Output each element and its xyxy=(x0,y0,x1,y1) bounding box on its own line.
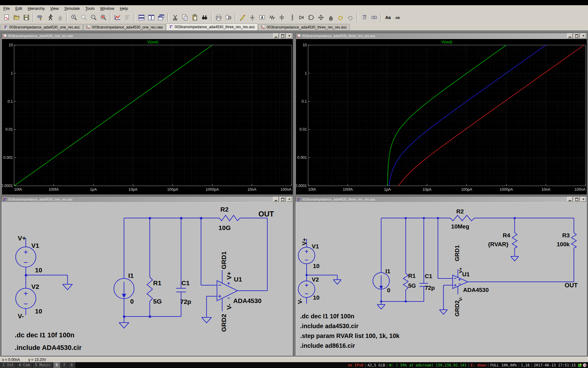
menu-edit[interactable]: Edit xyxy=(13,6,25,11)
workspace-2-int[interactable]: 2 Int xyxy=(0,362,16,368)
tool-open[interactable] xyxy=(12,13,21,22)
label-opamp-model[interactable]: ADA4530 xyxy=(233,297,262,304)
value-r4[interactable]: {RVAR} xyxy=(488,241,509,247)
tool-print[interactable] xyxy=(214,13,224,22)
tool-spice-directive[interactable]: .op xyxy=(393,13,403,22)
net-label-out[interactable]: OUT xyxy=(565,282,578,289)
tool-mirror[interactable] xyxy=(369,13,379,22)
tab-4-waveform[interactable]: 003transimpedance_ada4530_three_res_res.… xyxy=(258,24,350,30)
value-r2[interactable]: 10G xyxy=(218,224,231,231)
tool-diode[interactable] xyxy=(296,13,306,22)
tool-halt[interactable] xyxy=(55,13,65,22)
component-i1[interactable] xyxy=(114,278,134,299)
spice-directive-dc[interactable]: .dc dec I1 10f 100n xyxy=(300,313,354,320)
value-r1[interactable]: 5G xyxy=(153,298,162,305)
tray-icons[interactable]: 15 xyxy=(578,363,587,367)
label-v1[interactable]: V1 xyxy=(31,242,39,249)
component-v1[interactable] xyxy=(298,247,315,264)
waveform-plot[interactable]: 10fA100fA1pA10pA100pA1000pA10nA100nA1010… xyxy=(296,39,587,194)
menu-hierarchy[interactable]: Hierarchy xyxy=(25,6,47,11)
component-r2[interactable] xyxy=(219,215,240,221)
waveform-plot[interactable]: 10fA100fA1pA10pA100pA1000pA10nA100nA1010… xyxy=(2,39,293,194)
tool-redo[interactable] xyxy=(345,13,355,22)
component-c1[interactable] xyxy=(176,288,186,292)
minimize-button[interactable] xyxy=(567,197,573,202)
ground-symbols[interactable] xyxy=(62,284,211,328)
spice-directive-include[interactable]: .include ADA4530.cir xyxy=(15,344,82,351)
tool-cascade[interactable] xyxy=(156,13,166,22)
value-v1[interactable]: 10 xyxy=(313,263,319,269)
label-u1[interactable]: U1 xyxy=(234,276,242,283)
net-label-grd1[interactable]: GRD1 xyxy=(220,251,227,269)
tool-netlist[interactable] xyxy=(123,13,132,22)
minimize-button[interactable] xyxy=(273,33,279,38)
tool-control-panel[interactable] xyxy=(36,13,45,22)
tool-cut[interactable] xyxy=(170,13,180,22)
maximize-button[interactable] xyxy=(574,197,579,202)
tool-paste[interactable] xyxy=(190,13,200,22)
value-i1[interactable]: 0 xyxy=(387,287,390,293)
tool-zoom-area[interactable] xyxy=(79,13,89,22)
close-button[interactable]: × xyxy=(287,197,292,202)
tool-zoom-in[interactable] xyxy=(69,13,79,22)
workspace-8[interactable]: 8 xyxy=(68,362,75,368)
spice-directive-dc[interactable]: .dc dec I1 10f 100n xyxy=(15,331,74,339)
minimize-button[interactable] xyxy=(273,197,279,202)
menu-simulate[interactable]: Simulate xyxy=(62,6,83,11)
tab-2-waveform[interactable]: 003transimpedance_ada4530_one_res.raw xyxy=(83,24,166,30)
tool-component[interactable] xyxy=(306,13,316,22)
net-label-vminus[interactable]: V- xyxy=(297,298,303,304)
spice-directive-include-2[interactable]: .include ad8616.cir xyxy=(300,342,355,349)
workspace-7[interactable]: 7 xyxy=(61,362,68,368)
component-r1[interactable] xyxy=(403,273,408,290)
value-v2[interactable]: 10 xyxy=(35,308,42,315)
tool-zoom-full[interactable] xyxy=(99,13,108,22)
menu-tools[interactable]: Tools xyxy=(83,6,97,11)
net-label-out[interactable]: OUT xyxy=(258,210,274,218)
tool-wire[interactable] xyxy=(238,13,247,22)
tool-rotate[interactable] xyxy=(360,13,369,22)
spice-directive-include-1[interactable]: .include ada4530.cir xyxy=(300,323,359,329)
label-r1[interactable]: R1 xyxy=(153,279,161,286)
workspace-6[interactable]: 6 xyxy=(53,362,61,368)
tool-print-preview[interactable] xyxy=(224,13,233,22)
tool-resistor[interactable] xyxy=(267,13,277,22)
component-r4[interactable] xyxy=(512,233,517,248)
label-c1[interactable]: C1 xyxy=(181,279,190,286)
value-r1[interactable]: 5G xyxy=(408,282,416,289)
window-titlebar[interactable]: 003transimpedance_ada4530_one_res.raw × xyxy=(2,33,293,39)
plot-title[interactable]: V(out) xyxy=(147,40,158,44)
maximize-button[interactable] xyxy=(280,197,285,202)
tool-find[interactable] xyxy=(200,13,209,22)
value-c1[interactable]: 72p xyxy=(425,285,435,291)
value-r2[interactable]: 10Meg xyxy=(451,223,469,230)
tool-move[interactable] xyxy=(316,13,326,22)
label-v2[interactable]: V2 xyxy=(312,276,319,283)
tool-save[interactable] xyxy=(21,13,31,22)
tool-tile-horizontal[interactable] xyxy=(137,13,146,22)
value-v2[interactable]: 10 xyxy=(313,294,319,301)
component-r3[interactable] xyxy=(571,233,576,248)
tool-net-label[interactable]: A xyxy=(257,13,267,22)
label-r4[interactable]: R4 xyxy=(503,232,510,239)
close-button[interactable]: × xyxy=(287,33,292,38)
label-r2[interactable]: R2 xyxy=(221,206,229,213)
net-label-grd1[interactable]: GRD1 xyxy=(454,245,460,261)
label-r2[interactable]: R2 xyxy=(456,208,464,215)
maximize-button[interactable] xyxy=(280,33,285,38)
window-titlebar[interactable]: 003transimpedance_ada4530_three_res_res.… xyxy=(296,33,587,39)
net-label-vplus[interactable]: V+ xyxy=(18,235,26,242)
schematic-canvas[interactable]: V+ V1 10 V2 10 V- I1 0 R1 5G C1 72p R2 1… xyxy=(2,202,293,356)
spice-directive-step[interactable]: .step param RVAR list 100, 1k, 10k xyxy=(300,332,400,339)
menu-help[interactable]: Help xyxy=(117,6,131,11)
close-button[interactable]: × xyxy=(581,197,586,202)
tool-run[interactable] xyxy=(45,13,55,22)
net-label-grd2[interactable]: GRD2 xyxy=(220,314,227,332)
tool-ground[interactable] xyxy=(247,13,257,22)
net-label-vplus[interactable]: V+ xyxy=(301,238,307,245)
component-r2[interactable] xyxy=(450,215,474,221)
tool-text[interactable]: Aa xyxy=(383,13,393,22)
component-v1[interactable] xyxy=(16,247,36,267)
label-v2[interactable]: V2 xyxy=(31,283,39,290)
tool-inductor[interactable] xyxy=(287,13,296,22)
